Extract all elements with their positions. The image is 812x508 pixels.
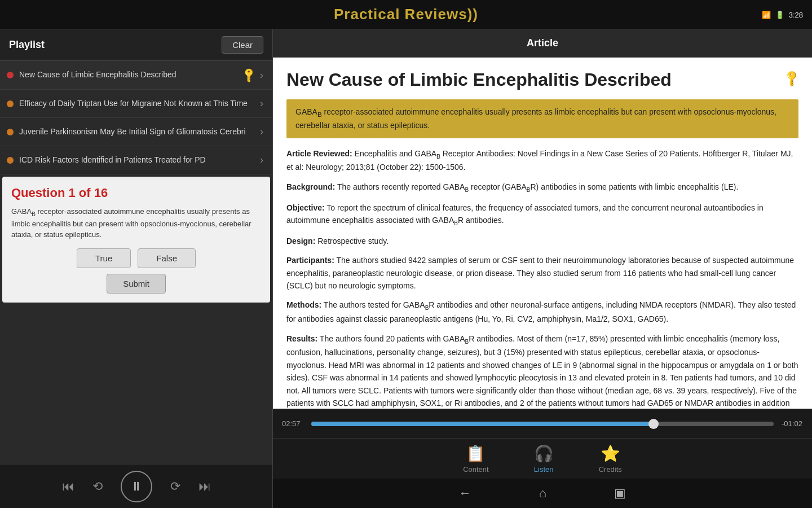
playlist-item-text: ICD Risk Factors Identified in Patients … xyxy=(19,155,260,166)
playlist-header: Playlist Clear xyxy=(0,29,272,61)
participants-label: Participants: xyxy=(286,256,334,265)
article-header: Article xyxy=(273,29,812,58)
back-button[interactable]: ← xyxy=(459,486,471,501)
left-panel: Playlist Clear New Cause of Limbic Encep… xyxy=(0,29,273,508)
question-buttons: True False xyxy=(11,248,261,268)
false-button[interactable]: False xyxy=(138,248,196,268)
audio-current-time: 02:57 xyxy=(282,419,303,428)
playlist-item-text: Juvenile Parkinsonism May Be Initial Sig… xyxy=(19,126,260,138)
credits-label: Credits xyxy=(599,465,622,474)
clock: 3:28 xyxy=(789,10,803,19)
true-button[interactable]: True xyxy=(77,248,131,268)
nav-item-listen[interactable]: 🎧 Listen xyxy=(534,444,554,474)
recents-button[interactable]: ▣ xyxy=(614,486,626,501)
playlist-item[interactable]: Efficacy of Daily Triptan Use for Migrai… xyxy=(0,90,272,118)
app-title: Practical Reviews)) xyxy=(334,6,478,23)
content-label: Content xyxy=(463,465,489,474)
article-title: New Cause of Limbic Encephalitis Describ… xyxy=(286,69,798,90)
content-icon: 📋 xyxy=(466,444,486,463)
audio-progress-bar: 02:57 -01:02 xyxy=(273,409,812,438)
nav-item-credits[interactable]: ⭐ Credits xyxy=(599,444,622,474)
playlist-title: Playlist xyxy=(9,39,45,51)
credits-icon: ⭐ xyxy=(601,444,620,463)
objective-label: Objective: xyxy=(286,203,325,212)
playlist-item[interactable]: ICD Risk Factors Identified in Patients … xyxy=(0,146,272,174)
right-panel: Article New Cause of Limbic Encephalitis… xyxy=(273,29,812,508)
bottom-nav: 📋 Content 🎧 Listen ⭐ Credits xyxy=(273,438,812,479)
chevron-right-icon: › xyxy=(260,98,263,110)
system-nav: ← ⌂ ▣ xyxy=(273,479,812,508)
playlist-item-text: New Cause of Limbic Encephalitis Describ… xyxy=(19,69,243,81)
question-panel: Question 1 of 16 GABAB receptor-associat… xyxy=(2,177,270,303)
key-icon: 🔑 xyxy=(240,66,258,84)
playlist-item[interactable]: New Cause of Limbic Encephalitis Describ… xyxy=(0,61,272,90)
item-dot xyxy=(7,157,14,164)
design-label: Design: xyxy=(286,237,315,246)
article-body: New Cause of Limbic Encephalitis Describ… xyxy=(273,58,812,409)
question-number: Question 1 of 16 xyxy=(11,186,261,200)
clear-button[interactable]: Clear xyxy=(222,36,263,54)
status-bar: 📶 🔋 3:28 xyxy=(762,10,803,19)
article-key-icon: 🔑 xyxy=(782,68,801,88)
item-dot xyxy=(7,100,14,107)
pause-button[interactable]: ⏸ xyxy=(121,471,152,502)
chevron-right-icon: › xyxy=(260,69,263,81)
step-forward-button[interactable]: ⟳ xyxy=(170,479,180,494)
battery-icon: 🔋 xyxy=(775,10,784,19)
top-bar: Practical Reviews)) 📶 🔋 3:28 xyxy=(0,0,812,29)
background-label: Background: xyxy=(286,182,335,191)
active-dot xyxy=(7,72,14,78)
nav-item-content[interactable]: 📋 Content xyxy=(463,444,489,474)
rewind-button[interactable]: ⏮ xyxy=(62,479,74,494)
listen-label: Listen xyxy=(534,465,554,474)
playlist-list: New Cause of Limbic Encephalitis Describ… xyxy=(0,61,272,464)
step-back-button[interactable]: ⟲ xyxy=(92,479,103,494)
listen-icon: 🎧 xyxy=(534,444,554,463)
item-dot xyxy=(7,129,14,135)
results-label: Results: xyxy=(286,334,317,343)
audio-track[interactable] xyxy=(311,422,774,426)
fast-forward-button[interactable]: ⏭ xyxy=(198,479,211,494)
wifi-icon: 📶 xyxy=(762,10,771,19)
playlist-item-text: Efficacy of Daily Triptan Use for Migrai… xyxy=(19,98,260,110)
main-content: Playlist Clear New Cause of Limbic Encep… xyxy=(0,29,812,508)
submit-button[interactable]: Submit xyxy=(107,274,166,294)
chevron-right-icon: › xyxy=(260,126,263,138)
audio-fill xyxy=(311,422,654,426)
article-text: Article Reviewed: Encephalitis and GABAB… xyxy=(286,147,798,409)
home-button[interactable]: ⌂ xyxy=(539,486,546,501)
audio-remaining-time: -01:02 xyxy=(782,419,803,428)
playlist-item[interactable]: Juvenile Parkinsonism May Be Initial Sig… xyxy=(0,118,272,146)
question-text: GABAB receptor-associated autoimmune enc… xyxy=(11,206,261,240)
article-reviewed-label: Article Reviewed: xyxy=(286,149,352,158)
playback-bar: ⏮ ⟲ ⏸ ⟳ ⏭ xyxy=(0,464,272,508)
chevron-right-icon: › xyxy=(260,154,263,166)
methods-label: Methods: xyxy=(286,300,321,309)
audio-thumb[interactable] xyxy=(648,419,659,429)
highlight-box: GABAB receptor-associated autoimmune enc… xyxy=(286,99,798,138)
